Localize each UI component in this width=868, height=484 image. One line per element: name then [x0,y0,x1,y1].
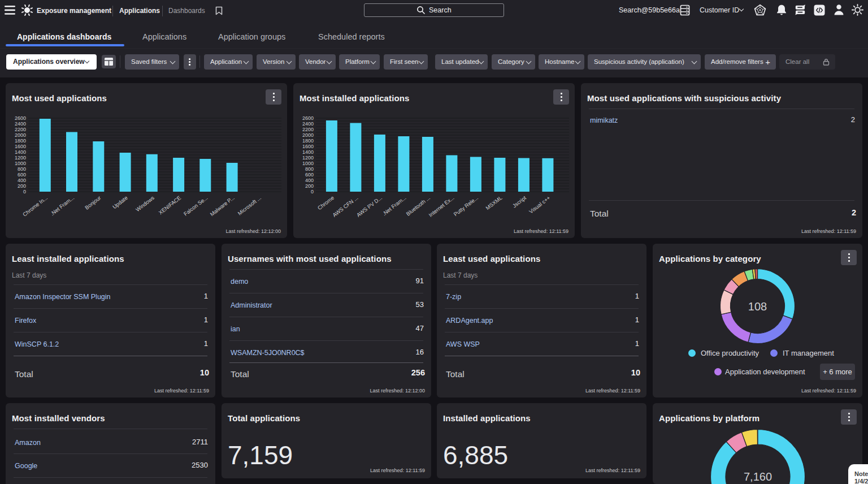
svg-text:MSXML: MSXML [484,195,503,211]
svg-text:7,160: 7,160 [744,470,772,483]
svg-text:400: 400 [305,178,314,183]
svg-text:.Net Fram...: .Net Fram... [381,195,407,217]
svg-text:2600: 2600 [15,115,26,121]
svg-text:1800: 1800 [15,138,26,144]
svg-text:Update: Update [111,195,129,210]
svg-text:Malware P...: Malware P... [209,195,235,217]
svg-text:800: 800 [305,166,314,172]
svg-text:Falcon Se...: Falcon Se... [183,195,209,217]
svg-text:Internet Ex...: Internet Ex... [427,195,455,218]
svg-text:1000: 1000 [302,161,314,166]
svg-text:Jscript: Jscript [511,195,528,209]
svg-text:0: 0 [23,189,26,195]
svg-text:2200: 2200 [302,127,314,132]
svg-text:0: 0 [311,189,314,195]
svg-text:2200: 2200 [15,127,26,132]
svg-text:800: 800 [18,166,26,172]
svg-text:1400: 1400 [302,149,314,155]
svg-text:1200: 1200 [15,155,26,161]
svg-text:2400: 2400 [302,121,314,127]
svg-text:1600: 1600 [302,144,314,149]
svg-text:600: 600 [305,172,314,178]
svg-text:AWS PV D...: AWS PV D... [355,195,383,218]
svg-text:2000: 2000 [15,132,26,138]
svg-text:1600: 1600 [15,144,26,149]
svg-text:200: 200 [305,183,314,189]
svg-text:Chrome: Chrome [316,195,335,211]
svg-text:Visual c++: Visual c++ [528,195,552,215]
svg-text:Chrome In...: Chrome In... [21,195,49,218]
svg-text:Bonjour: Bonjour [84,195,102,211]
svg-text:200: 200 [18,183,26,189]
svg-text:1000: 1000 [15,161,26,166]
svg-text:Microsoft ...: Microsoft ... [237,195,262,217]
svg-text:600: 600 [18,172,26,178]
svg-text:Putty Rele...: Putty Rele... [453,195,480,218]
svg-text:2400: 2400 [15,121,26,127]
svg-text:XENIFACE: XENIFACE [158,195,183,216]
svg-text:400: 400 [18,178,26,183]
svg-text:Windows: Windows [134,195,155,213]
svg-text:1800: 1800 [302,138,314,144]
svg-text:AWS CFN ...: AWS CFN ... [331,195,359,218]
svg-text:1200: 1200 [302,155,314,161]
svg-text:.Net Fram...: .Net Fram... [49,195,75,217]
svg-text:2600: 2600 [302,115,314,121]
svg-text:1400: 1400 [15,149,26,155]
svg-text:108: 108 [748,300,767,313]
svg-text:2000: 2000 [302,132,314,138]
